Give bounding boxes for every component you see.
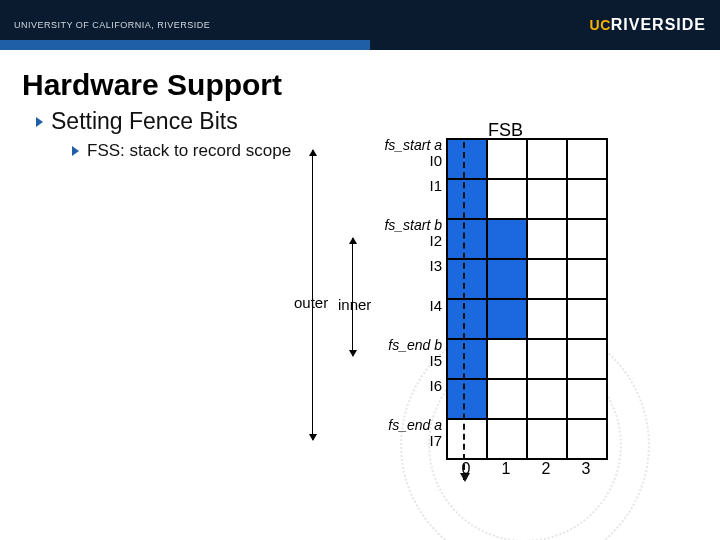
header-accent-bar: [0, 40, 370, 50]
inner-scope-arrow: [352, 238, 353, 356]
fsb-cell-r1-c1: [487, 179, 527, 219]
fsb-cell-r5-c0: [447, 339, 487, 379]
fsb-cell-r5-c2: [527, 339, 567, 379]
fsb-cell-r6-c2: [527, 379, 567, 419]
fsb-cell-r3-c1: [487, 259, 527, 299]
fsb-cell-r4-c3: [567, 299, 607, 339]
col-label-0: 0: [446, 460, 486, 478]
fsb-cell-r5-c3: [567, 339, 607, 379]
fsb-cell-r1-c3: [567, 179, 607, 219]
fsb-cell-r1-c2: [527, 179, 567, 219]
fsb-cell-r6-c1: [487, 379, 527, 419]
fsb-cell-r4-c1: [487, 299, 527, 339]
fsb-cell-r0-c0: [447, 139, 487, 179]
fsb-cell-r1-c0: [447, 179, 487, 219]
header-left-text: UNIVERSITY OF CALIFORNIA, RIVERSIDE: [14, 20, 210, 30]
fill-direction-arrow: [463, 142, 465, 480]
fsb-cell-r6-c0: [447, 379, 487, 419]
chevron-right-icon: [36, 117, 43, 127]
instruction-labels: fs_start aI0 I1 fs_start bI2 I3 I4 fs_en…: [358, 138, 446, 458]
logo-riverside: RIVERSIDE: [611, 16, 706, 34]
logo-uc: UC: [590, 17, 611, 33]
chevron-right-icon: [72, 146, 79, 156]
row-I2: fs_start bI2: [358, 218, 446, 258]
page-title: Hardware Support: [22, 68, 720, 102]
fsb-cell-r7-c3: [567, 419, 607, 459]
header-logo: UC RIVERSIDE: [590, 16, 706, 34]
fsb-cell-r4-c2: [527, 299, 567, 339]
fsb-cell-r0-c2: [527, 139, 567, 179]
bullet-main-text: Setting Fence Bits: [51, 108, 238, 135]
row-I0: fs_start aI0: [358, 138, 446, 178]
col-label-1: 1: [486, 460, 526, 478]
row-I1: I1: [358, 178, 446, 218]
fsb-cell-r3-c2: [527, 259, 567, 299]
col-label-3: 3: [566, 460, 606, 478]
fsb-cell-r7-c2: [527, 419, 567, 459]
fsb-grid: [446, 138, 608, 460]
outer-scope-arrow: [312, 150, 313, 440]
row-I5: fs_end bI5: [358, 338, 446, 378]
row-I7: fs_end aI7: [358, 418, 446, 458]
row-I3: I3: [358, 258, 446, 298]
fsb-cell-r3-c3: [567, 259, 607, 299]
fsb-cell-r4-c0: [447, 299, 487, 339]
column-labels: 0 1 2 3: [446, 460, 606, 478]
fsb-cell-r0-c1: [487, 139, 527, 179]
fsb-table: [446, 138, 608, 460]
row-I6: I6: [358, 378, 446, 418]
bullet-sub-text: FSS: stack to record scope: [87, 141, 291, 161]
app-header: UNIVERSITY OF CALIFORNIA, RIVERSIDE UC R…: [0, 0, 720, 50]
fsb-cell-r2-c2: [527, 219, 567, 259]
fsb-cell-r7-c0: [447, 419, 487, 459]
fsb-cell-r5-c1: [487, 339, 527, 379]
fsb-cell-r0-c3: [567, 139, 607, 179]
fsb-cell-r7-c1: [487, 419, 527, 459]
fsb-cell-r2-c3: [567, 219, 607, 259]
inner-scope-label: inner: [338, 296, 371, 313]
fsb-cell-r2-c1: [487, 219, 527, 259]
fsb-cell-r2-c0: [447, 219, 487, 259]
col-label-2: 2: [526, 460, 566, 478]
fsb-cell-r6-c3: [567, 379, 607, 419]
fsb-cell-r3-c0: [447, 259, 487, 299]
fsb-diagram: FSB fs_start aI0 I1 fs_start bI2 I3 I4 f…: [348, 130, 708, 530]
